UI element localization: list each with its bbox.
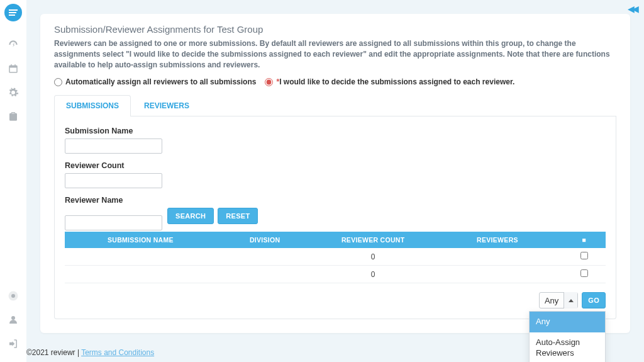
page-description: Reviewers can be assigned to one or more… [54, 38, 616, 70]
row-checkbox[interactable] [580, 252, 588, 259]
assignment-mode-radios: Automatically assign all reviewers to al… [54, 77, 616, 86]
radio-manual-label: I would like to decide the submissions a… [276, 77, 514, 86]
bulk-action-selected: Any [540, 296, 564, 305]
row-checkbox[interactable] [580, 269, 588, 277]
col-reviewer-count: REVIEWER COUNT [314, 232, 433, 248]
col-submission-name: SUBMISSION NAME [65, 232, 216, 248]
reviewer-count-input[interactable] [65, 173, 162, 188]
tabs: SUBMISSIONS REVIEWERS [54, 95, 616, 116]
radio-auto-input[interactable] [54, 78, 62, 86]
dropdown-any[interactable]: Any [530, 312, 605, 332]
bulk-action-row: Any GO Any Auto-Assign Reviewers Clear A… [65, 292, 606, 308]
logout-icon[interactable] [7, 337, 19, 350]
clipboard-icon[interactable] [7, 110, 19, 123]
dropdown-auto-assign[interactable]: Auto-Assign Reviewers [530, 332, 605, 362]
col-reviewers: REVIEWERS [433, 232, 562, 248]
page-title: Submission/Reviewer Assignments for Test… [54, 24, 616, 35]
bulk-action-select[interactable]: Any [539, 292, 578, 308]
submission-name-label: Submission Name [65, 127, 606, 135]
user-icon[interactable] [7, 314, 19, 326]
search-button[interactable]: SEARCH [167, 208, 214, 224]
reviewer-count-label: Reviewer Count [65, 161, 606, 170]
assignments-card: Submission/Reviewer Assignments for Test… [40, 14, 630, 333]
svg-point-1 [11, 294, 15, 298]
reviewer-name-input[interactable] [65, 215, 162, 230]
tab-submissions[interactable]: SUBMISSIONS [54, 95, 131, 116]
sidebar [0, 0, 26, 362]
radio-manual-assign[interactable]: I would like to decide the submissions a… [265, 77, 514, 86]
footer-copyright: ©2021 reviewr | [26, 348, 81, 357]
bulk-action-dropdown: Any Auto-Assign Reviewers Clear Assignme… [529, 311, 606, 362]
radio-manual-input[interactable] [265, 78, 273, 86]
submission-name-input[interactable] [65, 139, 162, 154]
tab-reviewers[interactable]: REVIEWERS [132, 95, 201, 116]
footer: ©2021 reviewr | Terms and Conditions [26, 348, 154, 357]
go-button[interactable]: GO [582, 292, 606, 308]
radio-auto-assign[interactable]: Automatically assign all reviewers to al… [54, 77, 256, 86]
svg-point-2 [11, 316, 15, 320]
table-row: 0 [65, 266, 606, 283]
col-select-all[interactable]: ■ [562, 232, 606, 248]
app-logo[interactable] [4, 4, 22, 21]
submissions-table: SUBMISSION NAME DIVISION REVIEWER COUNT … [65, 232, 606, 283]
filter-panel: Submission Name Reviewer Count Reviewer … [54, 116, 616, 319]
table-row: 0 [65, 248, 606, 266]
help-icon[interactable] [7, 290, 19, 302]
gear-icon[interactable] [7, 86, 19, 99]
radio-auto-label: Automatically assign all reviewers to al… [65, 77, 256, 86]
calendar-icon[interactable] [7, 62, 19, 75]
main-content: Submission/Reviewer Assignments for Test… [26, 0, 644, 362]
reset-button[interactable]: RESET [218, 208, 258, 224]
reviewer-name-label: Reviewer Name [65, 196, 606, 205]
dashboard-icon[interactable] [7, 38, 19, 51]
col-division: DIVISION [216, 232, 314, 248]
footer-terms-link[interactable]: Terms and Conditions [81, 348, 154, 357]
chevron-up-icon [564, 292, 577, 308]
